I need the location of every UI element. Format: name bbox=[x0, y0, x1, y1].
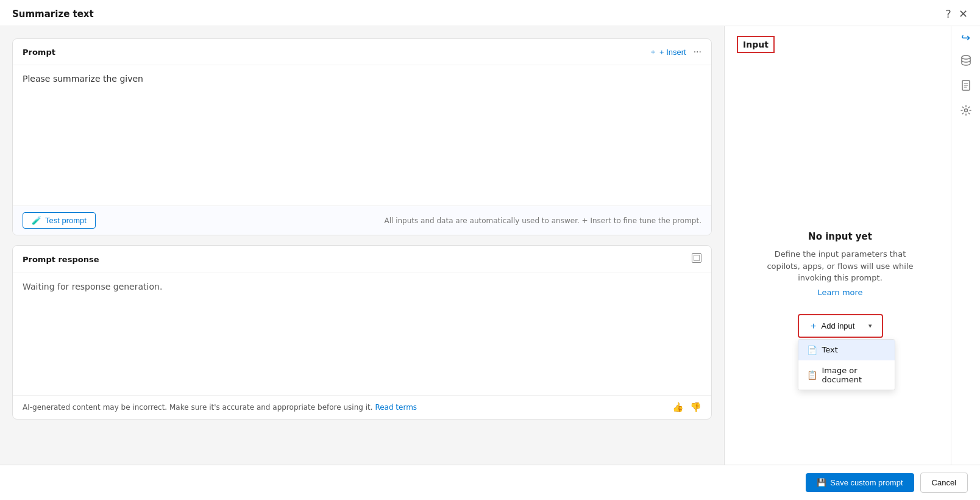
page-title: Summarize text bbox=[12, 9, 94, 20]
no-input-area: No input yet Define the input parameters… bbox=[737, 65, 943, 455]
text-icon: 📄 bbox=[807, 345, 817, 355]
test-prompt-label: Test prompt bbox=[45, 216, 87, 225]
save-custom-prompt-button[interactable]: 💾 Save custom prompt bbox=[806, 473, 914, 492]
dropdown-item-text-label: Text bbox=[822, 345, 838, 354]
response-footer: AI-generated content may be incorrect. M… bbox=[13, 395, 711, 419]
prompt-section-title: Prompt bbox=[23, 48, 55, 57]
add-input-button[interactable]: ＋ Add input ▾ bbox=[798, 314, 883, 338]
right-content: Input No input yet Define the input para… bbox=[725, 26, 980, 465]
cancel-button[interactable]: Cancel bbox=[920, 473, 968, 493]
disclaimer-text: AI-generated content may be incorrect. M… bbox=[23, 403, 666, 412]
thumbs-up-button[interactable]: 👍 bbox=[672, 402, 684, 413]
prompt-card-header: Prompt ＋ + Insert ··· bbox=[13, 39, 711, 65]
svg-point-2 bbox=[964, 109, 967, 112]
insert-button[interactable]: ＋ + Insert bbox=[649, 46, 686, 57]
save-label: Save custom prompt bbox=[830, 478, 903, 487]
expand-square-icon bbox=[692, 253, 701, 263]
close-icon[interactable]: ✕ bbox=[959, 9, 968, 20]
image-icon: 📋 bbox=[807, 370, 817, 380]
input-section-header: Input bbox=[737, 36, 943, 53]
sidebar-doc-icon[interactable] bbox=[960, 79, 972, 93]
bottom-bar: 💾 Save custom prompt Cancel bbox=[0, 465, 980, 500]
response-body: Waiting for response generation. bbox=[13, 273, 711, 395]
title-bar: Summarize text ? ✕ bbox=[0, 0, 980, 26]
prompt-card-footer: 🧪 Test prompt All inputs and data are au… bbox=[13, 205, 711, 235]
response-section-title: Prompt response bbox=[23, 255, 99, 264]
sidebar-arrow-icon[interactable]: ↪ bbox=[961, 32, 970, 43]
prompt-header-actions: ＋ + Insert ··· bbox=[649, 46, 701, 57]
save-icon: 💾 bbox=[817, 478, 826, 487]
more-options-button[interactable]: ··· bbox=[694, 47, 701, 57]
right-panel: Input No input yet Define the input para… bbox=[724, 26, 980, 465]
no-input-title: No input yet bbox=[808, 231, 872, 242]
input-section-title: Input bbox=[737, 36, 775, 53]
sidebar-settings-icon[interactable] bbox=[960, 104, 972, 118]
insert-label: + Insert bbox=[659, 48, 686, 57]
left-panel: Prompt ＋ + Insert ··· Please summarize t… bbox=[0, 26, 724, 465]
thumbs-down-button[interactable]: 👎 bbox=[690, 402, 701, 413]
help-icon[interactable]: ? bbox=[945, 9, 951, 20]
response-card-header: Prompt response bbox=[13, 246, 711, 273]
main-content: Prompt ＋ + Insert ··· Please summarize t… bbox=[0, 26, 980, 465]
test-prompt-button[interactable]: 🧪 Test prompt bbox=[23, 212, 96, 229]
dropdown-item-image-label: Image or document bbox=[822, 366, 886, 384]
flask-icon: 🧪 bbox=[32, 216, 41, 225]
right-sidebar-icons: ↪ bbox=[951, 26, 980, 465]
prompt-card: Prompt ＋ + Insert ··· Please summarize t… bbox=[12, 38, 712, 235]
expand-icon[interactable] bbox=[692, 253, 701, 265]
read-terms-link[interactable]: Read terms bbox=[375, 403, 417, 412]
no-input-description: Define the input parameters that copilot… bbox=[764, 248, 917, 284]
dropdown-item-image[interactable]: 📋 Image or document bbox=[798, 360, 895, 390]
dropdown-item-text[interactable]: 📄 Text bbox=[798, 340, 895, 360]
title-bar-actions: ? ✕ bbox=[945, 9, 968, 20]
learn-more-link[interactable]: Learn more bbox=[817, 288, 862, 297]
footer-hint: All inputs and data are automatically us… bbox=[384, 216, 701, 225]
response-card: Prompt response Waiting for response gen… bbox=[12, 245, 712, 420]
add-input-plus-icon: ＋ bbox=[809, 320, 818, 332]
sidebar-db-icon[interactable] bbox=[960, 54, 972, 68]
add-input-label: Add input bbox=[822, 321, 855, 330]
svg-point-0 bbox=[962, 55, 970, 59]
prompt-text[interactable]: Please summarize the given bbox=[13, 65, 711, 205]
add-input-chevron-icon: ▾ bbox=[868, 322, 872, 330]
insert-plus-icon: ＋ bbox=[649, 46, 657, 57]
add-input-dropdown: 📄 Text 📋 Image or document bbox=[798, 339, 895, 390]
add-input-container: ＋ Add input ▾ 📄 Text 📋 Image or document bbox=[798, 314, 883, 338]
